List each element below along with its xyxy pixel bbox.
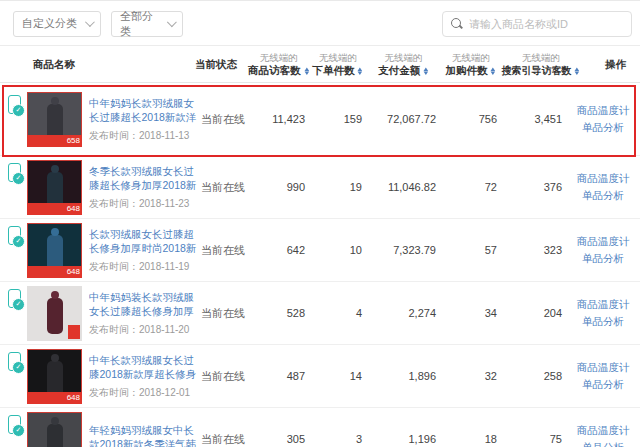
header-product-name: 商品名称 [8, 58, 195, 71]
thermometer-link[interactable]: 商品温度计 [577, 359, 630, 376]
actions-cell: 商品温度计 单品分析 [568, 296, 638, 330]
product-image[interactable]: 658 [27, 92, 82, 147]
visitors-value: 642 [254, 244, 311, 256]
analysis-link[interactable]: 单品分析 [582, 119, 624, 136]
product-title-link[interactable]: 中年长款羽绒服女长过膝2018新款厚超长修身时尚显瘦洋气妈妈 [89, 353, 201, 381]
thermometer-link[interactable]: 商品温度计 [577, 296, 630, 313]
table-header: 商品名称 当前状态 无线端的 商品访客数▲▼ 无线端的 下单件数▲▼ 无线端的 … [0, 45, 640, 83]
analysis-link[interactable]: 单品分析 [582, 250, 624, 267]
visitors-value: 990 [254, 181, 311, 193]
product-info: 中年妈妈长款羽绒服女长过膝超长2018新款洋气冬季大毛领加厚 发布时间：2018… [89, 96, 201, 143]
sort-icon[interactable]: ▲▼ [357, 67, 363, 75]
product-cell: 648 冬季长款羽绒服女长过膝超长修身加厚2018新款中年时尚大码白 发布时间：… [8, 160, 201, 215]
product-image[interactable]: 648 [27, 223, 82, 278]
table-row: 648 冬季长款羽绒服女长过膝超长修身加厚2018新款中年时尚大码白 发布时间：… [0, 156, 640, 219]
product-analytics-page: 自定义分类 全部分类 商品名称 当前状态 无线端的 商品访客数▲▼ 无线端的 下… [0, 0, 640, 447]
custom-category-select[interactable]: 自定义分类 [13, 11, 101, 37]
visitors-value: 528 [254, 307, 311, 319]
header-status: 当前状态 [195, 58, 248, 71]
actions-cell: 商品温度计 单品分析 [568, 102, 638, 136]
analysis-link[interactable]: 单品分析 [582, 187, 624, 204]
mobile-online-icon [8, 352, 21, 371]
product-image[interactable] [27, 286, 82, 341]
header-search-visitors-sortable[interactable]: 无线端的 搜索引导访客数▲▼ [501, 51, 580, 77]
status-text: 当前在线 [201, 432, 254, 447]
payment-value: 1,196 [368, 433, 442, 445]
search-visitors-value: 204 [503, 307, 568, 319]
price-banner: 648 [27, 392, 82, 404]
product-cell: 中年妈妈装长款羽绒服女长过膝超长修身加厚时尚2018新款年轻 发布时间：2018… [8, 286, 201, 341]
table-row: 658 中年妈妈长款羽绒服女长过膝超长2018新款洋气冬季大毛领加厚 发布时间：… [0, 83, 640, 156]
all-category-select[interactable]: 全部分类 [111, 11, 183, 37]
table-row: 年轻妈妈羽绒服女中长款2018新款冬季洋气韩版中年加厚大毛领 当前在线 305 … [0, 408, 640, 447]
cart-adds-value: 756 [442, 113, 503, 125]
product-title-link[interactable]: 中年妈妈装长款羽绒服女长过膝超长修身加厚时尚2018新款年轻 [89, 290, 201, 318]
analysis-link[interactable]: 单品分析 [582, 376, 624, 393]
mobile-online-icon [8, 289, 21, 308]
custom-category-label: 自定义分类 [22, 16, 77, 31]
status-text: 当前在线 [201, 369, 254, 384]
sort-icon[interactable]: ▲▼ [423, 67, 429, 75]
payment-value: 72,067.72 [368, 113, 442, 125]
payment-value: 7,323.79 [368, 244, 442, 256]
product-info: 长款羽绒服女长过膝超长修身加厚时尚2018新款年轻中年妈妈装 发布时间：2018… [89, 227, 201, 274]
analysis-link[interactable]: 单品分析 [582, 439, 624, 447]
product-cell: 648 中年长款羽绒服女长过膝2018新款厚超长修身时尚显瘦洋气妈妈 发布时间：… [8, 349, 201, 404]
thermometer-link[interactable]: 商品温度计 [577, 170, 630, 187]
table-row: 中年妈妈装长款羽绒服女长过膝超长修身加厚时尚2018新款年轻 发布时间：2018… [0, 282, 640, 345]
search-visitors-value: 3,451 [503, 113, 568, 125]
product-info: 冬季长款羽绒服女长过膝超长修身加厚2018新款中年时尚大码白 发布时间：2018… [89, 164, 201, 211]
mobile-online-icon [8, 226, 21, 245]
all-category-label: 全部分类 [120, 9, 161, 39]
price-banner: 658 [27, 135, 82, 147]
cart-adds-value: 34 [442, 307, 503, 319]
product-title-link[interactable]: 长款羽绒服女长过膝超长修身加厚时尚2018新款年轻中年妈妈装 [89, 227, 201, 255]
sort-icon[interactable]: ▲▼ [574, 67, 580, 75]
thermometer-link[interactable]: 商品温度计 [577, 422, 630, 439]
header-orders-sortable[interactable]: 无线端的 下单件数▲▼ [309, 51, 366, 77]
orders-value: 14 [311, 370, 368, 382]
mobile-online-icon [8, 163, 21, 182]
product-image[interactable]: 648 [27, 349, 82, 404]
orders-value: 10 [311, 244, 368, 256]
status-text: 当前在线 [201, 112, 254, 127]
search-visitors-value: 258 [503, 370, 568, 382]
product-cell: 648 长款羽绒服女长过膝超长修身加厚时尚2018新款年轻中年妈妈装 发布时间：… [8, 223, 201, 278]
product-image[interactable] [27, 412, 82, 447]
search-visitors-value: 376 [503, 181, 568, 193]
header-payment-sortable[interactable]: 无线端的 支付金额▲▼ [366, 51, 440, 77]
table-body: 658 中年妈妈长款羽绒服女长过膝超长2018新款洋气冬季大毛领加厚 发布时间：… [0, 83, 640, 447]
sort-icon[interactable]: ▲▼ [490, 67, 496, 75]
orders-value: 3 [311, 433, 368, 445]
sort-icon[interactable]: ▲▼ [304, 67, 310, 75]
header-visitors-sortable[interactable]: 无线端的 商品访客数▲▼ [248, 51, 309, 77]
actions-cell: 商品温度计 单品分析 [568, 233, 638, 267]
cart-adds-value: 72 [442, 181, 503, 193]
search-icon [451, 18, 463, 30]
chevron-down-icon [167, 17, 177, 27]
payment-value: 2,274 [368, 307, 442, 319]
publish-date: 发布时间：2018-11-20 [89, 323, 201, 337]
payment-value: 1,896 [368, 370, 442, 382]
header-cart-sortable[interactable]: 无线端的 加购件数▲▼ [440, 51, 501, 77]
corner-tag [68, 325, 80, 339]
status-text: 当前在线 [201, 180, 254, 195]
publish-date: 发布时间：2018-11-13 [89, 129, 201, 143]
search-box[interactable] [442, 11, 632, 37]
product-image[interactable]: 648 [27, 160, 82, 215]
publish-date: 发布时间：2018-11-23 [89, 197, 201, 211]
cart-adds-value: 32 [442, 370, 503, 382]
product-title-link[interactable]: 冬季长款羽绒服女长过膝超长修身加厚2018新款中年时尚大码白 [89, 164, 201, 192]
product-title-link[interactable]: 中年妈妈长款羽绒服女长过膝超长2018新款洋气冬季大毛领加厚 [89, 96, 201, 124]
product-title-link[interactable]: 年轻妈妈羽绒服女中长款2018新款冬季洋气韩版中年加厚大毛领 [89, 423, 201, 447]
thermometer-link[interactable]: 商品温度计 [577, 233, 630, 250]
coat-illustration [47, 424, 63, 447]
search-input[interactable] [469, 18, 623, 30]
search-visitors-value: 323 [503, 244, 568, 256]
product-info: 中年妈妈装长款羽绒服女长过膝超长修身加厚时尚2018新款年轻 发布时间：2018… [89, 290, 201, 337]
thermometer-link[interactable]: 商品温度计 [577, 102, 630, 119]
status-text: 当前在线 [201, 306, 254, 321]
mobile-online-icon [8, 95, 21, 114]
table-row: 648 中年长款羽绒服女长过膝2018新款厚超长修身时尚显瘦洋气妈妈 发布时间：… [0, 345, 640, 408]
analysis-link[interactable]: 单品分析 [582, 313, 624, 330]
